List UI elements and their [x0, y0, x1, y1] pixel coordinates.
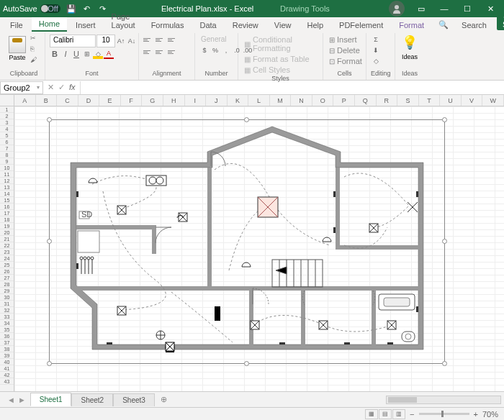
save-icon[interactable]: 💾 [66, 4, 76, 14]
formula-bar[interactable] [80, 81, 504, 94]
resize-handle[interactable] [47, 117, 52, 122]
autosum-icon[interactable]: Σ [371, 35, 381, 45]
clear-icon[interactable]: ◇ [371, 56, 381, 66]
zoom-out-icon[interactable]: − [410, 410, 414, 419]
page-break-view-icon[interactable]: ▥ [392, 409, 405, 419]
tab-view[interactable]: View [267, 19, 299, 32]
row-header[interactable]: 33 [0, 314, 14, 320]
italic-icon[interactable]: I [60, 49, 71, 59]
row-header[interactable]: 39 [0, 352, 14, 359]
column-header[interactable]: I [185, 95, 207, 106]
row-header[interactable]: 2 [0, 113, 14, 119]
resize-handle[interactable] [244, 361, 249, 366]
row-header[interactable]: 37 [0, 339, 14, 346]
autosave-toggle[interactable]: AutoSave Off [3, 4, 60, 13]
bold-icon[interactable]: B [50, 49, 60, 59]
row-header[interactable]: 24 [0, 255, 14, 262]
row-header[interactable]: 11 [0, 171, 14, 178]
column-header[interactable]: V [462, 95, 483, 106]
column-header[interactable]: J [206, 95, 228, 106]
sheet-tab-1[interactable]: Sheet1 [30, 393, 72, 406]
row-header[interactable]: 31 [0, 301, 14, 307]
column-header[interactable]: G [142, 95, 163, 106]
row-header[interactable]: 30 [0, 294, 14, 301]
row-header[interactable]: 15 [0, 197, 14, 204]
cut-icon[interactable]: ✂ [30, 35, 40, 45]
zoom-level[interactable]: 70% [482, 410, 498, 419]
row-header[interactable]: 29 [0, 288, 14, 294]
column-header[interactable]: U [440, 95, 462, 106]
column-header[interactable]: R [377, 95, 398, 106]
row-header[interactable]: 4 [0, 126, 14, 132]
format-as-table-button[interactable]: ▦ Format as Table [243, 54, 311, 64]
fill-color-icon[interactable]: ◇ [93, 49, 103, 59]
row-header[interactable]: 28 [0, 281, 14, 288]
worksheet-grid[interactable]: ABCDEFGHIJKLMNOPQRSTUVW 1234567891011121… [0, 95, 504, 391]
align-left-icon[interactable] [143, 47, 155, 57]
maximize-icon[interactable]: ☐ [456, 0, 478, 17]
ideas-icon[interactable]: 💡 [402, 35, 418, 50]
column-header[interactable]: O [312, 95, 334, 106]
delete-cells-button[interactable]: ⊟ Delete [328, 45, 361, 55]
column-header[interactable]: A [14, 95, 36, 106]
user-avatar-icon[interactable] [389, 1, 405, 17]
column-header[interactable]: P [333, 95, 355, 106]
row-header[interactable]: 6 [0, 139, 14, 145]
zoom-in-icon[interactable]: + [474, 410, 478, 419]
electrical-floorplan[interactable]: SD [63, 127, 431, 357]
search-icon[interactable]: 🔍 [434, 18, 453, 32]
align-bottom-icon[interactable] [168, 35, 179, 45]
row-header[interactable]: 42 [0, 372, 14, 378]
tab-insert[interactable]: Insert [68, 19, 103, 32]
border-icon[interactable]: ⊞ [82, 49, 92, 59]
row-header[interactable]: 10 [0, 165, 14, 171]
currency-icon[interactable]: $ [199, 45, 210, 55]
resize-handle[interactable] [442, 361, 447, 366]
decrease-font-icon[interactable]: A↓ [127, 36, 137, 46]
resize-handle[interactable] [47, 239, 52, 244]
insert-cells-button[interactable]: ⊞ Insert [328, 35, 359, 45]
row-header[interactable]: 35 [0, 327, 14, 333]
row-header[interactable]: 7 [0, 145, 14, 152]
comma-icon[interactable]: , [221, 45, 231, 55]
sheet-tab-3[interactable]: Sheet3 [113, 393, 155, 406]
column-header[interactable]: Q [355, 95, 377, 106]
column-header[interactable]: F [121, 95, 143, 106]
sheet-prev-icon[interactable]: ◄ [7, 396, 15, 404]
tab-page-layout[interactable]: Page Layout [104, 10, 143, 32]
row-headers[interactable]: 1234567891011121314151617181920212223242… [0, 106, 14, 391]
number-format-select[interactable]: General [199, 35, 228, 44]
paste-button[interactable]: Paste [7, 35, 27, 63]
tab-format[interactable]: Format [392, 19, 431, 32]
column-header[interactable]: D [78, 95, 100, 106]
increase-font-icon[interactable]: A↑ [116, 36, 126, 46]
add-sheet-button[interactable]: ⊕ [155, 393, 173, 406]
enter-formula-icon[interactable]: ✓ [58, 83, 65, 92]
row-header[interactable]: 1 [0, 106, 14, 113]
row-header[interactable]: 27 [0, 275, 14, 281]
row-header[interactable]: 26 [0, 268, 14, 275]
ribbon-options-icon[interactable]: ▭ [410, 0, 432, 17]
row-header[interactable]: 17 [0, 210, 14, 216]
column-header[interactable]: N [291, 95, 312, 106]
row-header[interactable]: 14 [0, 191, 14, 197]
column-header[interactable]: M [270, 95, 292, 106]
share-button[interactable]: ↗ Share [497, 9, 504, 30]
cancel-formula-icon[interactable]: ✕ [48, 83, 54, 92]
row-header[interactable]: 41 [0, 365, 14, 372]
row-header[interactable]: 16 [0, 204, 14, 210]
row-header[interactable]: 8 [0, 152, 14, 158]
sheet-next-icon[interactable]: ► [18, 396, 26, 404]
column-headers[interactable]: ABCDEFGHIJKLMNOPQRSTUVW [14, 95, 504, 106]
zoom-slider[interactable] [419, 413, 469, 415]
format-painter-icon[interactable]: 🖌 [30, 56, 40, 66]
column-header[interactable]: W [482, 95, 504, 106]
align-top-icon[interactable] [143, 35, 155, 45]
row-header[interactable]: 3 [0, 119, 14, 126]
align-center-icon[interactable] [156, 47, 167, 57]
name-box[interactable]: Group2▾ [0, 81, 43, 94]
tab-formulas[interactable]: Formulas [144, 19, 192, 32]
column-header[interactable]: H [163, 95, 185, 106]
row-header[interactable]: 19 [0, 223, 14, 229]
format-cells-button[interactable]: ⊡ Format [328, 56, 364, 66]
